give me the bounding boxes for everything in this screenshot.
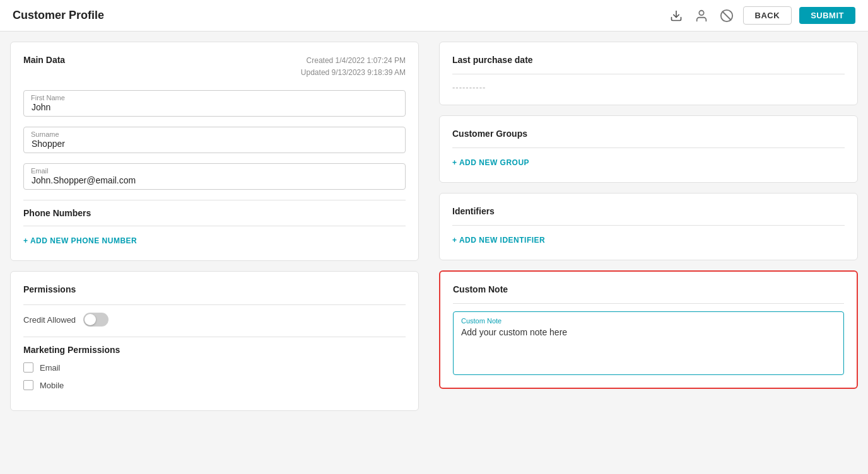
page-title: Customer Profile [13,9,104,22]
custom-note-wrapper: Custom Note Add your custom note here [453,311,844,375]
phone-numbers-section: Phone Numbers + ADD NEW PHONE NUMBER [23,208,406,248]
main-data-header: Main Data Created 1/4/2022 1:07:24 PM Up… [23,55,406,79]
main-data-title: Main Data [23,55,65,65]
email-input[interactable] [23,163,406,190]
custom-note-title: Custom Note [453,284,844,294]
custom-note-label: Custom Note [461,317,836,325]
add-identifier-button[interactable]: + ADD NEW IDENTIFIER [452,233,545,247]
surname-field: Surname [23,127,406,153]
svg-point-1 [699,10,703,14]
email-label: Email [31,167,49,175]
email-checkbox[interactable] [23,362,33,373]
toggle-thumb [85,314,96,325]
divider-phone [23,200,406,200]
email-checkbox-label: Email [40,363,61,373]
divider-lp [452,74,845,74]
header-actions: BACK SUBMIT [667,6,855,25]
block-icon[interactable] [718,7,736,25]
created-date: Created 1/4/2022 1:07:24 PM [301,55,406,67]
custom-note-textarea[interactable]: Add your custom note here [461,327,836,365]
main-data-meta: Created 1/4/2022 1:07:24 PM Updated 9/13… [301,55,406,79]
phone-numbers-title: Phone Numbers [23,208,406,218]
person-icon[interactable] [693,7,710,25]
first-name-label: First Name [31,94,65,101]
custom-note-card: Custom Note Custom Note Add your custom … [439,270,858,389]
permissions-card: Permissions Credit Allowed Marketing Per… [10,271,419,411]
main-data-card: Main Data Created 1/4/2022 1:07:24 PM Up… [10,42,419,261]
download-icon[interactable] [667,7,685,25]
right-panel: Last purchase date ---------- Customer G… [429,32,868,474]
mobile-checkbox-row: Mobile [23,380,406,390]
first-name-field: First Name [23,90,406,117]
main-layout: Main Data Created 1/4/2022 1:07:24 PM Up… [0,32,868,474]
header: Customer Profile BACK SUBMIT [0,0,868,32]
identifiers-title: Identifiers [452,206,845,216]
identifiers-card: Identifiers + ADD NEW IDENTIFIER [439,193,858,260]
updated-date: Updated 9/13/2023 9:18:39 AM [301,67,406,79]
credit-allowed-label: Credit Allowed [23,315,76,325]
last-purchase-title: Last purchase date [452,55,845,65]
mobile-checkbox[interactable] [23,380,33,390]
divider-phone2 [23,226,406,226]
mobile-checkbox-label: Mobile [40,381,64,390]
permissions-title: Permissions [23,284,406,294]
svg-line-3 [722,11,730,20]
customer-groups-card: Customer Groups + ADD NEW GROUP [439,115,858,183]
submit-button[interactable]: SUBMIT [799,7,855,24]
surname-input[interactable] [23,127,406,153]
surname-label: Surname [31,130,59,138]
divider-cn [453,303,844,304]
divider-cg [452,147,845,148]
divider-marketing [23,337,406,337]
add-group-button[interactable]: + ADD NEW GROUP [452,156,529,170]
last-purchase-card: Last purchase date ---------- [439,42,858,105]
marketing-title: Marketing Permissions [23,345,406,355]
add-phone-button[interactable]: + ADD NEW PHONE NUMBER [23,234,137,248]
back-button[interactable]: BACK [743,6,792,25]
first-name-input[interactable] [23,90,406,117]
divider-id [452,225,845,226]
credit-allowed-row: Credit Allowed [23,313,406,327]
divider-perm [23,304,406,305]
last-purchase-value: ---------- [452,83,486,92]
email-field: Email [23,163,406,190]
email-checkbox-row: Email [23,362,406,373]
left-panel: Main Data Created 1/4/2022 1:07:24 PM Up… [0,32,429,474]
customer-groups-title: Customer Groups [452,129,845,139]
credit-allowed-toggle[interactable] [83,313,108,327]
